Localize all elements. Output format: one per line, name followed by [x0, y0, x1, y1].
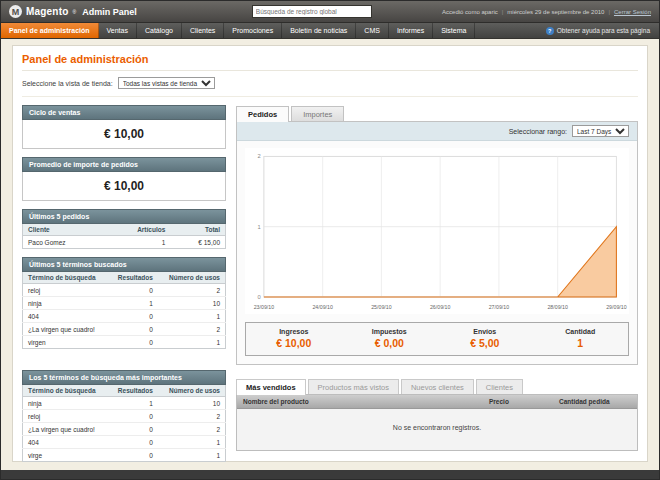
svg-text:25/09/10: 25/09/10	[371, 304, 391, 310]
nav-item-sistema[interactable]: Sistema	[433, 23, 475, 38]
column-header: Artículos	[105, 224, 170, 236]
table-row[interactable]: ¿La virgen que cuadro! 0 2	[23, 323, 226, 336]
cell-items: 1	[105, 236, 170, 249]
help-label: Obtener ayuda para esta página	[557, 27, 650, 34]
average-orders-box: Promedio de importe de pedidos € 10,00	[22, 157, 226, 201]
tab-pedidos[interactable]: Pedidos	[236, 106, 289, 122]
dashboard-main-column: Pedidos Importes Seleccionar rango: Last…	[236, 105, 638, 470]
stat-label: Ingresos	[246, 328, 342, 335]
grid-tab-nuevos-clientes[interactable]: Nuevos clientes	[401, 379, 474, 395]
range-select[interactable]: Last 7 Days	[572, 125, 629, 137]
range-label: Seleccionar rango:	[509, 128, 567, 135]
column-header: Término de búsqueda	[23, 385, 109, 397]
orders-tab-panel: Seleccionar rango: Last 7 Days 01223/09/…	[236, 121, 638, 365]
stat-label: Envíos	[437, 328, 533, 335]
table-row[interactable]: ninja 1 10	[23, 397, 226, 410]
products-grid-header: Nombre del producto Precio Cantidad pedi…	[237, 395, 637, 409]
tab-importes[interactable]: Importes	[291, 106, 344, 122]
cell-uses: 10	[158, 297, 226, 310]
nav-item-dashboard[interactable]: Panel de administración	[1, 23, 99, 38]
nav-item-cms[interactable]: CMS	[356, 23, 389, 38]
cell-uses: 1	[158, 436, 226, 449]
table-row[interactable]: virgen 0 1	[23, 336, 226, 349]
logout-link[interactable]: Cerrar Sesión	[614, 9, 651, 15]
user-area: Accedió como aparic | miércoles 29 de se…	[372, 9, 651, 15]
cell-results: 0	[108, 436, 158, 449]
last-search-box: Últimos 5 términos buscados Término de b…	[22, 257, 226, 349]
cell-uses: 1	[158, 310, 226, 323]
table-row[interactable]: Paco Gomez 1 € 15,00	[23, 236, 226, 249]
cell-customer: Paco Gomez	[23, 236, 105, 249]
table-row[interactable]: virge 0 1	[23, 449, 226, 462]
cell-uses: 10	[158, 397, 226, 410]
column-header: Número de usos	[158, 385, 226, 397]
grid-tab-mas-vendidos[interactable]: Más vendidos	[236, 379, 306, 395]
column-header: Resultados	[108, 272, 158, 284]
grid-tab-productos-mas-vistos[interactable]: Productos más vistos	[308, 379, 399, 395]
cell-results: 1	[108, 397, 158, 410]
cell-results: 0	[108, 336, 158, 349]
column-header: Término de búsqueda	[23, 272, 109, 284]
table-row[interactable]: ninja 1 10	[23, 297, 226, 310]
dashboard-left-column: Ciclo de ventas € 10,00 Promedio de impo…	[22, 105, 226, 470]
nav-item-clientes[interactable]: Clientes	[182, 23, 224, 38]
cell-term: virge	[23, 449, 109, 462]
store-view-select[interactable]: Todas las vistas de tienda	[118, 77, 215, 89]
cell-term: ninja	[23, 397, 109, 410]
main-nav: Panel de administración Ventas Catálogo …	[1, 23, 659, 39]
column-header: Total	[170, 224, 225, 236]
top-search-header: Los 5 términos de búsqueda más important…	[22, 370, 226, 385]
svg-text:29/09/10: 29/09/10	[606, 304, 626, 310]
nav-item-boletin[interactable]: Boletín de noticias	[282, 23, 356, 38]
cell-uses: 1	[158, 449, 226, 462]
svg-text:1: 1	[258, 224, 261, 230]
nav-item-ventas[interactable]: Ventas	[99, 23, 137, 38]
magento-admin-window: M Magento ® Admin Panel Accedió como apa…	[0, 0, 660, 480]
column-header: Cliente	[23, 224, 105, 236]
cell-uses: 2	[158, 423, 226, 436]
separator: |	[502, 9, 504, 15]
orders-chart-svg: 01223/09/1024/09/1025/09/1026/09/1027/09…	[245, 148, 629, 314]
column-header: Número de usos	[158, 272, 226, 284]
last-search-table: Término de búsqueda Resultados Número de…	[22, 272, 226, 349]
column-header: Resultados	[108, 385, 158, 397]
lifetime-sales-header: Ciclo de ventas	[22, 105, 226, 120]
help-icon: ?	[546, 27, 554, 35]
table-row[interactable]: ¿La virgen que cuadro! 0 2	[23, 423, 226, 436]
magento-logo-icon: M	[9, 5, 22, 18]
cell-uses: 1	[158, 336, 226, 349]
cell-term: reloj	[23, 410, 109, 423]
date-text: miércoles 29 de septiembre de 2010	[507, 9, 604, 15]
cell-results: 0	[108, 323, 158, 336]
nav-item-catalogo[interactable]: Catálogo	[137, 23, 182, 38]
registered-mark: ®	[73, 9, 77, 15]
cell-term: virgen	[23, 336, 109, 349]
table-row[interactable]: 404 0 1	[23, 310, 226, 323]
stat-envios: Envíos € 5,00	[437, 323, 533, 355]
help-link[interactable]: ? Obtener ayuda para esta página	[546, 23, 659, 38]
table-row[interactable]: reloj 0 2	[23, 284, 226, 297]
brand-name: Magento	[26, 6, 69, 17]
window-bottom-edge	[1, 470, 659, 479]
table-row[interactable]: reloj 0 2	[23, 410, 226, 423]
products-grid: Nombre del producto Precio Cantidad pedi…	[236, 394, 638, 451]
nav-item-promociones[interactable]: Promociones	[224, 23, 282, 38]
global-search-input[interactable]	[252, 5, 372, 18]
svg-text:2: 2	[258, 153, 261, 159]
grid-tab-clientes[interactable]: Clientes	[476, 379, 523, 395]
svg-text:24/09/10: 24/09/10	[312, 304, 332, 310]
average-orders-header: Promedio de importe de pedidos	[22, 157, 226, 172]
nav-menu: Panel de administración Ventas Catálogo …	[1, 23, 475, 38]
stat-label: Impuestos	[342, 328, 438, 335]
logged-in-as-text: Accedió como aparic	[442, 9, 498, 15]
cell-uses: 2	[158, 323, 226, 336]
cell-term: ninja	[23, 297, 109, 310]
nav-item-informes[interactable]: Informes	[389, 23, 433, 38]
stat-cantidad: Cantidad 1	[533, 323, 629, 355]
stat-value: € 5,00	[437, 337, 533, 349]
range-switcher: Seleccionar rango: Last 7 Days	[237, 122, 637, 141]
table-row[interactable]: 404 0 1	[23, 436, 226, 449]
average-orders-value: € 10,00	[22, 172, 226, 201]
totals-bar: Ingresos € 10,00 Impuestos € 0,00 Envíos…	[245, 322, 629, 356]
svg-text:23/09/10: 23/09/10	[254, 304, 274, 310]
